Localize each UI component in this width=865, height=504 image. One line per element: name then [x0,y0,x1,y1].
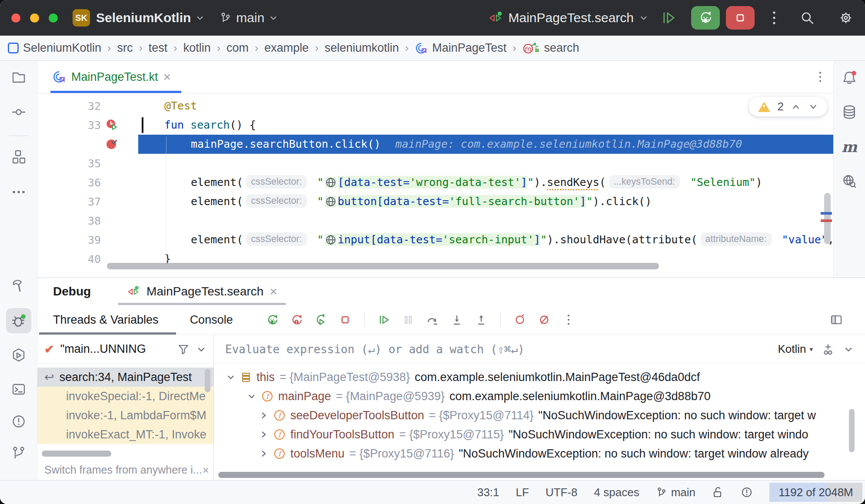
more-tool-windows-icon[interactable] [11,184,27,200]
code-line[interactable]: 39element(cssSelector: "input[data-test=… [37,230,833,249]
evaluate-expression-input[interactable]: Evaluate expression (↵) or add a watch (… [214,335,865,364]
filter-icon[interactable] [177,343,190,356]
stop-button[interactable] [726,6,755,30]
inspections-widget[interactable]: 2 [749,97,827,116]
project-tool-icon[interactable] [11,70,27,85]
thread-selector[interactable]: ✔ "main...UNNING [37,335,213,364]
terminal-tool-icon[interactable] [11,381,27,397]
evaluate-language[interactable]: Kotlin [778,342,806,356]
more-actions-button[interactable] [772,10,776,26]
run-failed-icon[interactable] [105,119,120,132]
resume-program-button[interactable] [373,310,394,330]
rerun-failed-tests-button[interactable] [286,310,307,330]
notifications-bell-icon[interactable] [841,70,858,86]
alert-icon[interactable] [741,486,753,498]
code-line[interactable]: 33fun search() { [37,116,833,135]
breadcrumb-item[interactable]: test [149,41,168,55]
project-selector[interactable]: SeleniumKotlin [96,10,191,25]
variables-vertical-scrollbar[interactable] [849,409,855,452]
editor-options-icon[interactable] [818,70,822,84]
chevron-right-icon[interactable] [259,430,269,439]
chevron-down-icon[interactable] [247,391,256,401]
add-watch-icon[interactable] [821,342,835,357]
restart-debug-button[interactable] [310,310,331,330]
code-line[interactable]: mainPage.searchButton.click()mainPage: c… [37,135,833,154]
step-out-button[interactable] [471,310,492,330]
stack-frame-row[interactable]: invoke:-1, LambdaForm$M [37,406,213,425]
breadcrumb-item[interactable]: com [226,41,249,55]
editor-tab[interactable]: MainPageTest.kt × [50,61,181,93]
breadcrumb-item[interactable]: src [117,41,133,55]
gutter[interactable] [37,135,138,154]
chevron-down-icon[interactable] [226,372,236,382]
variables-horizontal-scrollbar[interactable] [218,472,825,478]
endpoints-globe-icon[interactable] [841,173,858,190]
commit-tool-icon[interactable] [11,104,27,120]
git-tool-icon[interactable] [11,445,27,461]
rerun-button[interactable] [262,310,283,330]
breadcrumb-item[interactable]: example [264,41,309,55]
minimize-window-button[interactable] [30,13,39,23]
variable-row[interactable]: fmainPage= {MainPage@5939}com.example.se… [214,387,865,406]
breadcrumb-item[interactable]: msearch [522,41,579,55]
pause-program-button[interactable] [398,310,419,330]
variable-row[interactable]: fseeDeveloperToolsButton= {$Proxy15@7114… [214,406,865,425]
stack-frame-row[interactable]: ↩search:34, MainPageTest [37,368,213,387]
stack-frame-row[interactable]: invokeSpecial:-1, DirectMe [37,387,213,406]
gutter[interactable]: 36 [37,173,138,192]
variable-row[interactable]: ftoolsMenu= {$Proxy15@7116}"NoSuchWindow… [214,444,865,463]
project-badge[interactable]: SK [73,9,90,27]
rerun-debug-button[interactable] [691,6,720,30]
memory-indicator[interactable]: 1192 of 2048M [769,483,862,502]
gutter[interactable]: 38 [37,211,138,230]
error-stripe-mark[interactable] [821,219,832,222]
indent-setting[interactable]: 4 spaces [594,486,639,499]
code-line[interactable]: 37element(cssSelector: "button[data-test… [37,192,833,211]
file-encoding[interactable]: UTF-8 [546,486,578,499]
chevron-down-icon[interactable] [196,344,206,355]
settings-gear-icon[interactable] [838,10,854,26]
editor-horizontal-scrollbar[interactable] [107,263,659,269]
run-configuration-selector[interactable]: MainPageTest.search [488,10,649,25]
code-line[interactable]: 38 [37,211,833,230]
structure-tool-icon[interactable] [11,149,27,165]
zoom-window-button[interactable] [49,13,58,23]
vcs-branch-widget[interactable]: main [220,10,278,25]
code-editor-area[interactable]: 32@Test33fun search() {mainPage.searchBu… [37,93,833,278]
tab-threads-variables[interactable]: Threads & Variables [53,305,159,335]
prev-warning-icon[interactable] [791,102,801,112]
breadcrumb-item[interactable]: MainPageTest [415,41,506,55]
close-icon[interactable]: × [269,285,277,298]
chevron-right-icon[interactable] [259,411,269,420]
layout-settings-button[interactable] [829,313,843,327]
lock-icon[interactable] [712,486,724,498]
variable-row[interactable]: this= {MainPageTest@5938}com.example.sel… [214,368,865,387]
code-line[interactable]: 36element(cssSelector: "[data-test='wron… [37,173,833,192]
step-over-button[interactable] [422,310,443,330]
gutter[interactable]: 39 [37,230,138,249]
problems-tool-icon[interactable] [11,414,27,429]
chevron-right-icon[interactable] [259,449,269,458]
step-into-button[interactable] [446,310,467,330]
frames-vertical-scrollbar[interactable] [205,369,210,392]
build-tool-icon[interactable] [11,278,27,294]
breadcrumb-item[interactable]: SeleniumKotlin [8,41,101,55]
chevron-down-icon[interactable] [843,344,854,355]
gutter[interactable]: 32 [37,96,138,116]
tab-console[interactable]: Console [190,305,233,335]
code-line[interactable]: 35 [37,154,833,173]
stop-button[interactable] [335,310,356,330]
debug-session-tab[interactable]: MainPageTest.search × [124,278,280,305]
close-window-button[interactable] [11,13,20,23]
caret-position[interactable]: 33:1 [477,486,499,499]
close-icon[interactable]: × [163,70,171,83]
maven-tool-icon[interactable]: m [842,138,857,156]
gutter[interactable]: 33 [37,116,138,135]
resume-program-button[interactable] [661,10,677,25]
view-breakpoints-button[interactable] [509,310,530,330]
close-icon[interactable]: × [203,464,209,476]
mute-breakpoints-button[interactable] [534,310,555,330]
gutter[interactable]: 35 [37,154,138,173]
breadcrumb-item[interactable]: seleniumkotlin [325,41,399,55]
line-separator[interactable]: LF [516,486,529,499]
